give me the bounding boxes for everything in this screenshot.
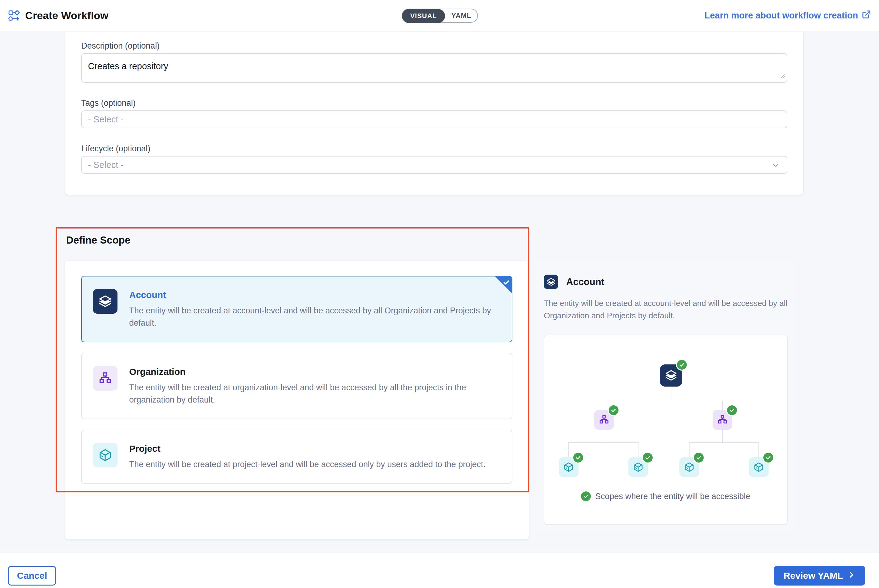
tree-project-node — [628, 457, 648, 477]
cube-icon — [753, 462, 764, 472]
scope-options-panel: Account The entity will be created at ac… — [65, 261, 529, 539]
preview-description: The entity will be created at account-le… — [544, 297, 788, 322]
lifecycle-label: Lifecycle (optional) — [81, 144, 788, 153]
check-badge-icon — [762, 452, 774, 464]
tree-project-node — [559, 457, 579, 477]
check-badge-icon — [581, 491, 591, 501]
external-link-icon — [862, 10, 871, 21]
scope-option-organization[interactable]: Organization The entity will be created … — [81, 353, 512, 419]
scope-option-project[interactable]: Project The entity will be created at pr… — [81, 430, 512, 484]
tree-connector — [568, 442, 569, 457]
layers-icon — [93, 289, 117, 314]
check-badge-icon — [642, 452, 654, 464]
toggle-yaml[interactable]: YAML — [446, 9, 477, 22]
workflow-form-card: Description (optional) Creates a reposit… — [65, 32, 803, 195]
option-description: The entity will be created at organizati… — [129, 381, 501, 406]
cube-icon — [633, 462, 644, 472]
chevron-down-icon — [771, 161, 780, 171]
layers-icon — [544, 274, 558, 289]
tree-project-node — [749, 457, 769, 477]
tree-org-node — [594, 410, 614, 430]
option-text: Organization The entity will be created … — [129, 366, 501, 406]
lifecycle-placeholder: - Select - — [88, 160, 124, 170]
scope-preview-panel: Account The entity will be created at ac… — [536, 260, 795, 531]
workflow-icon — [8, 9, 20, 21]
check-badge-icon — [693, 452, 705, 464]
tree-account-node — [660, 364, 682, 387]
learn-more-link[interactable]: Learn more about workflow creation — [704, 10, 871, 21]
check-badge-icon — [572, 452, 584, 464]
tree-connector — [689, 442, 690, 457]
description-textarea[interactable]: Creates a repository — [81, 53, 788, 83]
tags-input[interactable] — [81, 110, 788, 128]
check-badge-icon — [676, 359, 688, 370]
scope-option-account[interactable]: Account The entity will be created at ac… — [81, 276, 512, 342]
tree-connector — [758, 442, 759, 457]
cube-icon — [684, 462, 694, 472]
review-yaml-label: Review YAML — [784, 570, 843, 581]
preview-header: Account — [544, 274, 788, 289]
option-text: Project The entity will be created at pr… — [129, 443, 486, 471]
selected-check-icon — [502, 279, 510, 287]
preview-title: Account — [566, 276, 604, 288]
option-title: Account — [129, 290, 501, 300]
tree-connector — [671, 387, 671, 401]
option-description: The entity will be created at account-le… — [129, 304, 501, 329]
cube-icon — [93, 443, 117, 468]
tree-project-node — [680, 457, 699, 477]
org-chart-icon — [599, 414, 609, 425]
org-chart-icon — [717, 414, 728, 425]
description-label: Description (optional) — [81, 41, 788, 51]
tags-label: Tags (optional) — [81, 98, 788, 108]
tree-org-node — [712, 410, 732, 430]
description-field-wrap: Creates a repository — [81, 53, 788, 83]
learn-more-label: Learn more about workflow creation — [704, 10, 858, 21]
toggle-visual[interactable]: VISUAL — [402, 9, 445, 23]
option-title: Organization — [129, 367, 501, 377]
lifecycle-select[interactable]: - Select - — [81, 156, 788, 174]
define-scope-heading: Define Scope — [66, 234, 130, 246]
option-title: Project — [129, 444, 486, 454]
tree-connector — [689, 442, 759, 443]
visual-yaml-toggle: VISUAL YAML — [402, 9, 478, 23]
tree-connector — [638, 442, 639, 457]
tree-connector — [604, 401, 604, 410]
header: Create Workflow VISUAL YAML Learn more a… — [0, 0, 879, 32]
footer: Cancel Review YAML — [0, 553, 879, 588]
tree-connector — [722, 401, 723, 410]
check-badge-icon — [726, 404, 738, 416]
cube-icon — [564, 462, 574, 472]
layers-icon — [665, 370, 677, 381]
page-title: Create Workflow — [25, 9, 109, 21]
tree-connector — [568, 442, 639, 443]
review-yaml-button[interactable]: Review YAML — [774, 566, 865, 585]
tree-connector — [604, 430, 604, 442]
tree-connector — [722, 430, 723, 442]
scope-tree-card: Scopes where the entity will be accessib… — [544, 334, 788, 525]
check-badge-icon — [608, 404, 620, 416]
option-description: The entity will be created at project-le… — [129, 458, 486, 471]
org-chart-icon — [93, 366, 117, 391]
cancel-button[interactable]: Cancel — [8, 566, 56, 585]
chevron-right-icon — [848, 570, 855, 581]
option-text: Account The entity will be created at ac… — [129, 289, 501, 329]
tree-connector — [604, 401, 723, 401]
legend-text: Scopes where the entity will be accessib… — [595, 492, 750, 501]
tree-legend: Scopes where the entity will be accessib… — [544, 491, 787, 501]
